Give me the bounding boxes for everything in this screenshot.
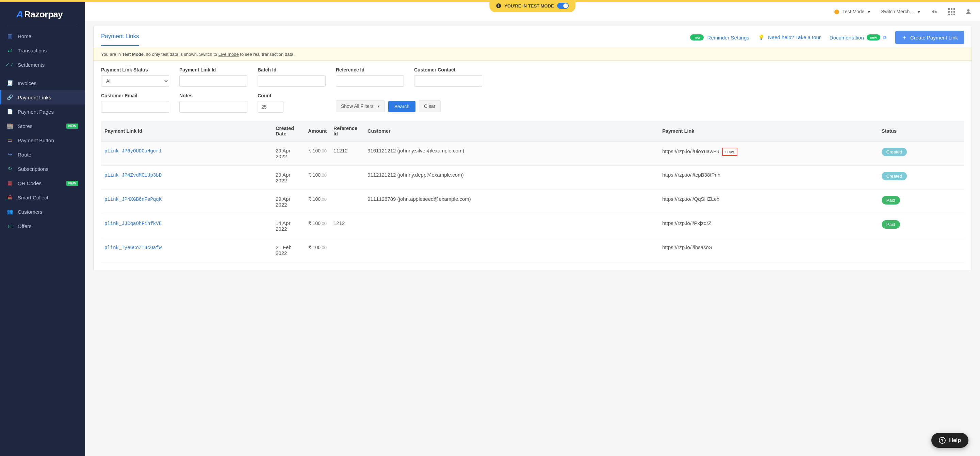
payment-link-cell: https://rzp.io/i/tcpB38tPnh xyxy=(659,166,878,190)
tab-payment-links[interactable]: Payment Links xyxy=(101,33,139,46)
sidebar-item-payment-links[interactable]: 🔗Payment Links xyxy=(0,90,85,105)
plus-icon: ＋ xyxy=(901,34,907,40)
filter-ref-input[interactable] xyxy=(336,75,404,87)
payment-link-id[interactable]: plink_Iye6CoZI4cOafw xyxy=(105,245,162,251)
help-tour-link[interactable]: 💡 Need help? Take a tour xyxy=(758,34,821,40)
payment-link-id[interactable]: plink_JP4XGB6nFsPqqK xyxy=(105,197,162,202)
sidebar-item-stores[interactable]: 🏬StoresNEW xyxy=(0,119,85,133)
page-icon: 📄 xyxy=(7,108,13,115)
sidebar-item-transactions[interactable]: ⇄Transactions xyxy=(0,43,85,57)
account-icon[interactable] xyxy=(965,8,972,15)
search-button[interactable]: Search xyxy=(388,101,415,112)
sidebar: A Razorpay ▥Home⇄Transactions✓✓Settlemen… xyxy=(0,0,85,456)
apps-icon[interactable] xyxy=(948,8,955,15)
check-double-icon: ✓✓ xyxy=(7,62,13,68)
filter-contact-input[interactable] xyxy=(414,75,482,87)
payment-link-url[interactable]: https://rzp.io/i/PxjzdrZ xyxy=(662,220,711,226)
sidebar-item-label: Smart Collect xyxy=(18,195,48,200)
mode-label: Test Mode xyxy=(843,9,865,14)
sidebar-item-label: Home xyxy=(18,33,31,39)
topbar: i YOU'RE IN TEST MODE Test Mode ▼ Switch… xyxy=(85,2,980,21)
sidebar-item-home[interactable]: ▥Home xyxy=(0,29,85,43)
reference-id: 1212 xyxy=(330,214,364,238)
link-icon: 🔗 xyxy=(7,94,13,100)
filter-contact-label: Customer Contact xyxy=(414,67,482,73)
table-row[interactable]: plink_JP4XGB6nFsPqqK29 Apr 2022₹ 100.009… xyxy=(101,190,964,214)
test-mode-toggle[interactable] xyxy=(557,3,569,9)
sidebar-item-payment-pages[interactable]: 📄Payment Pages xyxy=(0,105,85,119)
payment-link-id[interactable]: plink_JP4ZvdMClUp3bD xyxy=(105,173,162,178)
chevron-down-icon: ▼ xyxy=(917,10,921,14)
filter-email-label: Customer Email xyxy=(101,93,169,99)
new-badge: new xyxy=(690,34,704,40)
payment-link-cell: https://rzp.io/i/0ioYuawFucopy xyxy=(659,141,878,166)
table-row[interactable]: plink_Iye6CoZI4cOafw21 Feb 2022₹ 100.00h… xyxy=(101,238,964,262)
customer-cell xyxy=(364,238,659,262)
sidebar-item-label: Settlements xyxy=(18,62,45,68)
copy-button[interactable]: copy xyxy=(722,148,737,156)
test-mode-text: YOU'RE IN TEST MODE xyxy=(504,3,554,8)
sidebar-item-subscriptions[interactable]: ↻Subscriptions xyxy=(0,162,85,176)
reminder-settings-link[interactable]: Reminder Settings xyxy=(707,35,749,40)
sidebar-item-label: Transactions xyxy=(18,48,47,53)
col-customer: Customer xyxy=(364,121,659,141)
sidebar-item-payment-button[interactable]: ▭Payment Button xyxy=(0,133,85,147)
payment-link-url[interactable]: https://rzp.io/i/0ioYuawFu xyxy=(662,148,719,154)
sidebar-item-customers[interactable]: 👥Customers xyxy=(0,205,85,219)
table-row[interactable]: plink_JJCqaOhFihfkVE14 Apr 2022₹ 100.001… xyxy=(101,214,964,238)
filter-status-label: Payment Link Status xyxy=(101,67,169,73)
external-link-icon[interactable]: ⧉ xyxy=(883,35,886,40)
help-button[interactable]: ? Help xyxy=(931,433,969,448)
documentation-link[interactable]: Documentation xyxy=(830,35,864,40)
filter-status-select[interactable]: All xyxy=(101,75,169,87)
sidebar-item-route[interactable]: ↪Route xyxy=(0,147,85,162)
payment-links-table: Payment Link Id Created Date Amount Refe… xyxy=(101,121,964,262)
chevron-down-icon: ▾ xyxy=(378,104,380,108)
status-badge: Paid xyxy=(882,196,900,205)
reference-id xyxy=(330,238,364,262)
switch-merchant-dropdown[interactable]: Switch Merch… ▼ xyxy=(881,9,921,14)
sidebar-item-label: Payment Links xyxy=(18,95,51,100)
brand-logo: A Razorpay xyxy=(8,2,78,26)
sidebar-item-qr-codes[interactable]: ▦QR CodesNEW xyxy=(0,176,85,190)
sidebar-item-smart-collect[interactable]: 🏛Smart Collect xyxy=(0,190,85,205)
warn-prefix: You are in xyxy=(101,52,122,57)
payment-link-url[interactable]: https://rzp.io/i/lbsasoS xyxy=(662,244,712,250)
status-cell: Created xyxy=(878,141,964,166)
table-row[interactable]: plink_JP4ZvdMClUp3bD29 Apr 2022₹ 100.009… xyxy=(101,166,964,190)
payment-link-id[interactable]: plink_JP6yOUDCuHgcrl xyxy=(105,148,162,154)
payment-link-url[interactable]: https://rzp.io/i/QqSHZLex xyxy=(662,196,719,202)
create-payment-link-button[interactable]: ＋ Create Payment Link xyxy=(895,31,964,44)
status-badge: Created xyxy=(882,148,907,156)
people-icon: 👥 xyxy=(7,208,13,215)
logo-mark-icon: A xyxy=(16,9,23,20)
new-badge: new xyxy=(867,34,880,40)
amount-cell: ₹ 100.00 xyxy=(303,166,330,190)
status-cell: Created xyxy=(878,166,964,190)
created-date: 29 Apr 2022 xyxy=(272,190,303,214)
filter-batch-input[interactable] xyxy=(258,75,326,87)
sidebar-item-offers[interactable]: 🏷Offers xyxy=(0,219,85,233)
col-id: Payment Link Id xyxy=(101,121,272,141)
filter-linkid-input[interactable] xyxy=(179,75,247,87)
col-date: Created Date xyxy=(272,121,303,141)
sidebar-item-invoices[interactable]: 🧾Invoices xyxy=(0,76,85,90)
filter-notes-input[interactable] xyxy=(179,101,247,113)
mode-dropdown[interactable]: Test Mode ▼ xyxy=(834,9,871,14)
announcement-icon[interactable] xyxy=(931,8,938,15)
payment-link-id[interactable]: plink_JJCqaOhFihfkVE xyxy=(105,221,162,226)
filter-count-input[interactable] xyxy=(258,101,283,113)
refresh-icon: ↻ xyxy=(7,166,13,172)
amount-cell: ₹ 100.00 xyxy=(303,238,330,262)
info-icon: i xyxy=(496,3,501,8)
warn-bold: Test Mode xyxy=(122,52,143,57)
payment-link-url[interactable]: https://rzp.io/i/tcpB38tPnh xyxy=(662,172,721,178)
warn-dot-icon xyxy=(834,10,839,14)
sidebar-item-settlements[interactable]: ✓✓Settlements xyxy=(0,57,85,72)
show-all-filters-button[interactable]: Show All Filters ▾ xyxy=(336,100,385,112)
live-mode-link[interactable]: Live mode xyxy=(218,52,239,57)
button-icon: ▭ xyxy=(7,137,13,143)
filter-email-input[interactable] xyxy=(101,101,169,113)
clear-button[interactable]: Clear xyxy=(419,100,440,112)
table-row[interactable]: plink_JP6yOUDCuHgcrl29 Apr 2022₹ 100.001… xyxy=(101,141,964,166)
